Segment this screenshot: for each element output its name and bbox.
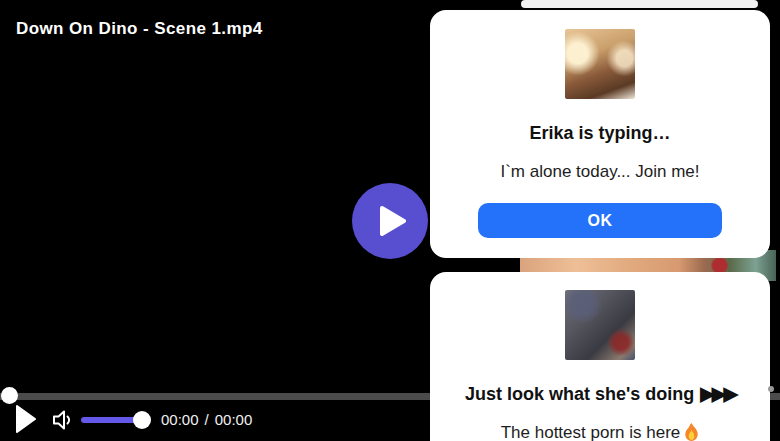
- play-icon: [16, 405, 36, 433]
- mute-button[interactable]: [50, 407, 74, 437]
- speaker-low-icon: [50, 407, 74, 433]
- video-title: Down On Dino - Scene 1.mp4: [16, 19, 263, 39]
- popup-message: The hottest porn is here: [444, 423, 756, 441]
- popup-card-erika: Erika is typing… I`m alone today... Join…: [430, 10, 770, 258]
- big-play-button[interactable]: [352, 183, 428, 259]
- popup-message: I`m alone today... Join me!: [444, 162, 756, 181]
- arrows-icon: ▶▶▶: [700, 383, 735, 404]
- popup-heading: Erika is typing…: [444, 123, 756, 144]
- volume-thumb[interactable]: [133, 411, 151, 429]
- ok-button[interactable]: OK: [478, 203, 722, 238]
- play-icon: [380, 206, 406, 236]
- popup-heading-text: Just look what she's doing: [465, 384, 694, 404]
- chat-photo-thumbnail[interactable]: [565, 290, 635, 360]
- time-display: 00:00 / 00:00: [161, 411, 252, 428]
- time-separator: /: [205, 411, 209, 428]
- popup-heading: Just look what she's doing▶▶▶: [444, 383, 756, 405]
- chat-photo-thumbnail[interactable]: [565, 29, 635, 99]
- fire-icon: [684, 423, 699, 441]
- popup-stack-peek: [521, 0, 758, 8]
- current-time: 00:00: [161, 411, 199, 428]
- seek-thumb[interactable]: [1, 387, 18, 404]
- popup-card-promo: Just look what she's doing▶▶▶ The hottes…: [430, 272, 770, 441]
- duration: 00:00: [215, 411, 253, 428]
- play-button[interactable]: [16, 405, 36, 437]
- popup-message-text: The hottest porn is here: [501, 423, 681, 441]
- stray-dot: [768, 386, 774, 392]
